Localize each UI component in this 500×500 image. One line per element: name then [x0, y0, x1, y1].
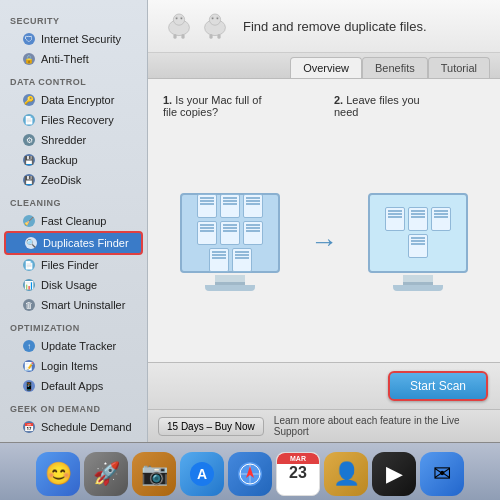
sidebar-item-shredder-label: Shredder — [41, 134, 86, 146]
sidebar-item-files-finder-label: Files Finder — [41, 259, 98, 271]
sidebar-item-files-recovery-label: Files Recovery — [41, 114, 114, 126]
sidebar-item-backup-label: Backup — [41, 154, 78, 166]
dock-item-facetime[interactable]: 📷 — [132, 452, 176, 496]
monitor-illustration: → — [163, 136, 485, 347]
safari-icon — [237, 461, 263, 487]
svg-point-1 — [173, 14, 184, 25]
trash-icon: 🗑 — [22, 298, 36, 312]
gear-icon: ⚙ — [22, 133, 36, 147]
dock-item-calendar[interactable]: MAR 23 — [276, 452, 320, 496]
sidebar-item-shredder[interactable]: ⚙Shredder — [4, 130, 143, 150]
shield-icon: 🛡 — [22, 32, 36, 46]
calendar-day: 23 — [277, 464, 319, 482]
dock-item-finder[interactable]: 😊 — [36, 452, 80, 496]
steps-row: 1. Is your Mac full offile copies? 2. Le… — [163, 94, 485, 126]
sidebar-item-login-items-label: Login Items — [41, 360, 98, 372]
sidebar-section-geek-on-demand: GEEK ON DEMAND — [0, 396, 147, 417]
sidebar-item-duplicates-finder[interactable]: 🔍Duplicates Finder — [4, 231, 143, 255]
sidebar-item-zeodisk-label: ZeoDisk — [41, 174, 81, 186]
sidebar-item-anti-theft[interactable]: 🔒Anti-Theft — [4, 49, 143, 69]
sidebar-section-cleaning: CLEANING — [0, 190, 147, 211]
sidebar-item-disk-usage[interactable]: 📊Disk Usage — [4, 275, 143, 295]
sidebar-item-schedule-demand[interactable]: 📅Schedule Demand — [4, 417, 143, 437]
monitor-1-base — [205, 285, 255, 291]
file-7 — [209, 248, 229, 272]
sidebar-item-files-recovery[interactable]: 📄Files Recovery — [4, 110, 143, 130]
appstore-icon: A — [189, 461, 215, 487]
tabs-bar: Overview Benefits Tutorial — [148, 53, 500, 79]
svg-rect-15 — [217, 34, 220, 39]
trial-text: Learn more about each feature in the Liv… — [274, 415, 490, 437]
sidebar-item-zeodisk[interactable]: 💾ZeoDisk — [4, 170, 143, 190]
dock-item-appstore[interactable]: A — [180, 452, 224, 496]
sidebar-item-internet-security[interactable]: 🛡Internet Security — [4, 29, 143, 49]
sidebar-item-default-apps[interactable]: 📱Default Apps — [4, 376, 143, 396]
dock-item-contacts[interactable]: 👤 — [324, 452, 368, 496]
sidebar-item-fast-cleanup[interactable]: 🧹Fast Cleanup — [4, 211, 143, 231]
sidebar-item-files-finder[interactable]: 📄Files Finder — [4, 255, 143, 275]
svg-point-12 — [212, 18, 214, 20]
svg-text:A: A — [197, 466, 207, 482]
sidebar-item-duplicates-finder-label: Duplicates Finder — [43, 237, 129, 249]
sidebar-item-anti-theft-label: Anti-Theft — [41, 53, 89, 65]
file-5 — [220, 221, 240, 245]
monitor-1-screen — [180, 193, 280, 273]
sidebar-section-optimization: OPTIMIZATION — [0, 315, 147, 336]
start-scan-button[interactable]: Start Scan — [388, 371, 488, 401]
monitor-2-base — [393, 285, 443, 291]
file-6 — [243, 221, 263, 245]
file-2 — [220, 194, 240, 218]
arrow-icon: ↑ — [22, 339, 36, 353]
sidebar-section-security: SECURITY — [0, 8, 147, 29]
sheep-icon-2 — [199, 10, 231, 42]
file-12 — [408, 234, 428, 258]
sidebar-item-update-tracker-label: Update Tracker — [41, 340, 116, 352]
trial-button[interactable]: 15 Days – Buy Now — [158, 417, 264, 436]
file-icon: 📄 — [22, 258, 36, 272]
tab-overview[interactable]: Overview — [290, 57, 362, 78]
sheep-icon-1 — [163, 10, 195, 42]
file-11 — [431, 207, 451, 231]
svg-point-13 — [217, 18, 219, 20]
arrow-right-icon: → — [310, 226, 338, 258]
sched-icon: 📅 — [22, 420, 36, 434]
sidebar-item-data-encryptor[interactable]: 🔑Data Encryptor — [4, 90, 143, 110]
tab-benefits[interactable]: Benefits — [362, 57, 428, 78]
file-3 — [243, 194, 263, 218]
main-title: Find and remove duplicate files. — [243, 19, 427, 34]
trial-bar: 15 Days – Buy Now Learn more about each … — [148, 409, 500, 442]
main-header: Find and remove duplicate files. — [148, 0, 500, 53]
sidebar-item-data-encryptor-label: Data Encryptor — [41, 94, 114, 106]
svg-rect-6 — [173, 34, 176, 39]
bottom-bar: Start Scan — [148, 362, 500, 409]
disk-icon: 💾 — [22, 153, 36, 167]
svg-point-5 — [181, 18, 183, 20]
tab-tutorial[interactable]: Tutorial — [428, 57, 490, 78]
monitor-1 — [180, 193, 280, 291]
sidebar-item-smart-uninstaller[interactable]: 🗑Smart Uninstaller — [4, 295, 143, 315]
sidebar-item-default-apps-label: Default Apps — [41, 380, 103, 392]
sidebar-item-schedule-demand-label: Schedule Demand — [41, 421, 132, 433]
sidebar-item-backup[interactable]: 💾Backup — [4, 150, 143, 170]
sidebar-item-smart-uninstaller-label: Smart Uninstaller — [41, 299, 125, 311]
dock-item-safari[interactable] — [228, 452, 272, 496]
broom-icon: 🧹 — [22, 214, 36, 228]
monitor-2 — [368, 193, 468, 291]
chart-icon: 📊 — [22, 278, 36, 292]
dock-item-launchpad[interactable]: 🚀 — [84, 452, 128, 496]
content-area: 1. Is your Mac full offile copies? 2. Le… — [148, 79, 500, 362]
sidebar-item-login-items[interactable]: 📝Login Items — [4, 356, 143, 376]
find-icon: 🔍 — [24, 236, 38, 250]
sidebar-item-update-tracker[interactable]: ↑Update Tracker — [4, 336, 143, 356]
sidebar-item-internet-security-label: Internet Security — [41, 33, 121, 45]
file-icon: 📄 — [22, 113, 36, 127]
dock-item-dvdplayer[interactable]: ▶ — [372, 452, 416, 496]
dock-item-mail[interactable]: ✉ — [420, 452, 464, 496]
monitor-1-stand — [215, 275, 245, 285]
svg-point-9 — [209, 14, 220, 25]
sheep-icons — [163, 10, 231, 42]
svg-rect-7 — [181, 34, 184, 39]
sidebar-item-fast-cleanup-label: Fast Cleanup — [41, 215, 106, 227]
step-2: 2. Leave files youneed — [334, 94, 485, 126]
lock-icon: 🔒 — [22, 52, 36, 66]
